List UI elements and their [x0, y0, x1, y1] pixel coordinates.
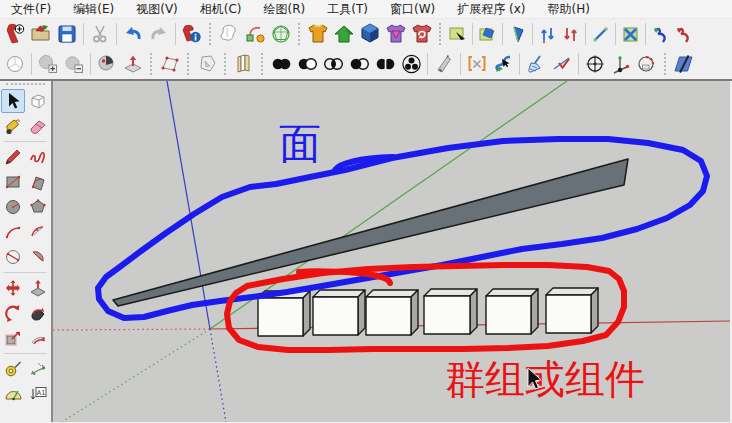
menu-window[interactable]: 窗口(W) [379, 0, 446, 19]
three-point-arc-tool[interactable] [1, 245, 25, 269]
open-icon [30, 23, 52, 45]
paint-bucket-tool[interactable] [1, 114, 25, 138]
component-red-button[interactable] [409, 21, 435, 47]
sphere-dot-button[interactable] [94, 51, 120, 77]
cross-button[interactable] [619, 21, 642, 47]
s-curve-button[interactable] [490, 51, 516, 77]
menu-file[interactable]: 文件(F) [0, 0, 62, 19]
group-box[interactable] [366, 290, 418, 335]
pie-tool[interactable] [26, 245, 50, 269]
circle-tool[interactable] [1, 195, 25, 219]
group-box[interactable] [486, 289, 538, 334]
toolbar-grip[interactable] [209, 23, 212, 45]
toolbar-grip[interactable] [664, 53, 667, 75]
toolbar-grip[interactable] [298, 23, 301, 45]
tag-black-button[interactable] [446, 21, 469, 47]
rotated-rectangle-tool[interactable] [26, 170, 50, 194]
toolbar-grip[interactable] [439, 23, 442, 45]
solid-subtract-button[interactable] [346, 51, 372, 77]
line-tool[interactable] [1, 145, 25, 169]
model-face[interactable] [113, 159, 628, 306]
toolbar-grip[interactable] [224, 53, 227, 75]
component-green-button[interactable] [331, 21, 357, 47]
solid-trim-button[interactable] [372, 51, 398, 77]
arc-tool[interactable] [1, 220, 25, 244]
undo-button[interactable] [120, 21, 146, 47]
triangle-button[interactable] [506, 21, 529, 47]
toolbar-grip[interactable] [187, 53, 190, 75]
scale-tool[interactable] [1, 326, 25, 350]
component-purple-button[interactable] [383, 21, 409, 47]
toolbar-grip[interactable] [150, 53, 153, 75]
arc-path-button[interactable] [242, 21, 268, 47]
offset-tool[interactable] [26, 326, 50, 350]
group-box[interactable] [313, 290, 365, 335]
check-edge-button[interactable] [549, 51, 575, 77]
sphere-add-button[interactable] [35, 51, 61, 77]
pencil-bar-button[interactable] [431, 51, 457, 77]
cut-button[interactable] [87, 21, 113, 47]
select-tool[interactable] [1, 89, 25, 113]
solid-outer-shell-button[interactable] [268, 51, 294, 77]
geodesic-button[interactable] [268, 21, 294, 47]
curve-red-button[interactable] [672, 21, 695, 47]
menu-camera[interactable]: 相机(C) [189, 0, 253, 19]
new-button[interactable] [2, 21, 28, 47]
group-box[interactable] [424, 289, 477, 334]
two-point-arc-tool[interactable] [26, 220, 50, 244]
polygon-gray-button[interactable] [194, 51, 220, 77]
polygon-tool[interactable] [26, 195, 50, 219]
quad-points-button[interactable] [157, 51, 183, 77]
solid-union-button[interactable] [320, 51, 346, 77]
model-info-button[interactable] [179, 21, 205, 47]
rectangle-tool[interactable] [1, 170, 25, 194]
square-slash-button[interactable] [671, 51, 697, 77]
plane-arrow-button[interactable] [120, 51, 146, 77]
two-point-arc-icon [29, 223, 47, 241]
move-tool[interactable] [1, 276, 25, 300]
protractor-tool[interactable] [1, 382, 25, 406]
solid-outer-shell-icon [270, 53, 293, 75]
segment-button[interactable] [589, 21, 612, 47]
eraser-tool[interactable] [26, 114, 50, 138]
pages-button[interactable] [231, 51, 257, 77]
make-component-tool[interactable] [26, 89, 50, 113]
component-orange-button[interactable] [305, 21, 331, 47]
menu-draw[interactable]: 绘图(R) [253, 0, 317, 19]
curve-blue-button[interactable] [649, 21, 672, 47]
drawing-viewport[interactable]: 面 群组或组件 [53, 81, 730, 422]
clean-button[interactable] [523, 51, 549, 77]
axis-pin-button[interactable] [608, 51, 634, 77]
component-blue-button[interactable] [357, 21, 383, 47]
sphere-subtract-button[interactable] [61, 51, 87, 77]
push-pull-tool[interactable] [26, 276, 50, 300]
rotate-tool[interactable] [1, 301, 25, 325]
toolbar-grip[interactable] [6, 83, 45, 87]
menu-tools[interactable]: 工具(T) [316, 0, 379, 19]
menu-extensions[interactable]: 扩展程序 (x) [446, 0, 536, 19]
tag-blue-button[interactable] [476, 21, 499, 47]
redo-button[interactable] [146, 21, 172, 47]
group-box[interactable] [546, 288, 598, 333]
solid-split-button[interactable] [398, 51, 424, 77]
menu-edit[interactable]: 编辑(E) [62, 0, 125, 19]
sort-blue-button[interactable] [536, 21, 559, 47]
circle-crosshair-button[interactable] [582, 51, 608, 77]
freehand-tool[interactable] [26, 145, 50, 169]
dimensions-tool[interactable] [26, 357, 50, 381]
open-button[interactable] [28, 21, 54, 47]
sort-red-button[interactable] [559, 21, 582, 47]
text-tool[interactable]: A1 [26, 382, 50, 406]
sphere-button[interactable] [2, 51, 28, 77]
save-button[interactable] [54, 21, 80, 47]
menu-help[interactable]: 帮助(H) [536, 0, 600, 19]
outline-tool-button[interactable] [216, 21, 242, 47]
tape-measure-tool[interactable] [1, 357, 25, 381]
menu-view[interactable]: 视图(V) [125, 0, 189, 19]
follow-me-tool[interactable] [26, 301, 50, 325]
brackets-x-button[interactable] [464, 51, 490, 77]
circle-arc-button[interactable] [634, 51, 660, 77]
toolbar-grip[interactable] [261, 53, 264, 75]
striped-pages-icon [233, 53, 255, 75]
solid-intersect-button[interactable] [294, 51, 320, 77]
